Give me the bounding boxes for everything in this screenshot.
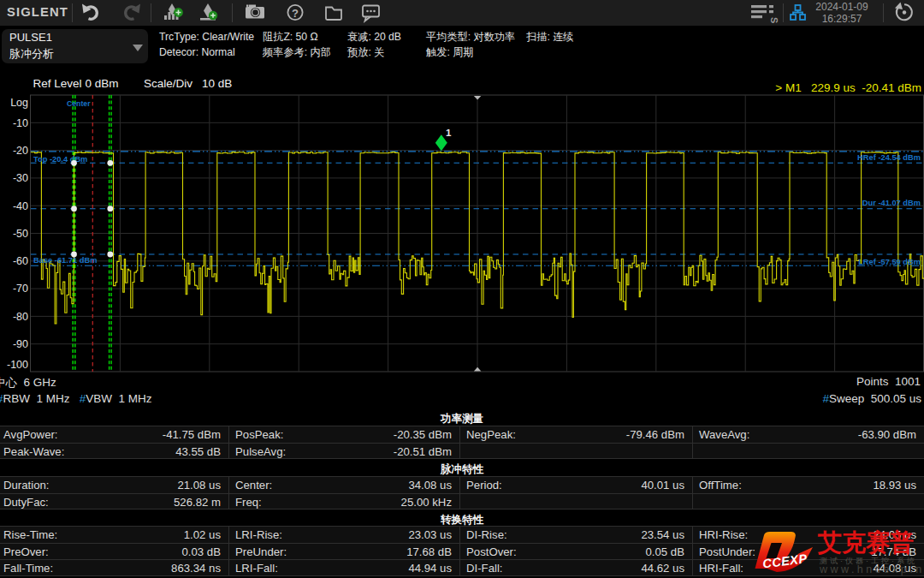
svg-text:-20: -20: [13, 145, 28, 157]
svg-text:-60: -60: [13, 255, 28, 267]
svg-text:Log: Log: [10, 97, 28, 109]
svg-text:艾克赛普: 艾克赛普: [817, 529, 914, 556]
svg-text:S: S: [769, 17, 779, 23]
svg-text:-50: -50: [13, 228, 28, 240]
svg-text:HRef -24.54 dBm: HRef -24.54 dBm: [857, 153, 921, 162]
svg-text:-40: -40: [13, 200, 28, 212]
svg-text:?: ?: [292, 7, 299, 20]
svg-text:Top -20.4 dBm: Top -20.4 dBm: [33, 155, 87, 164]
svg-text:Base -61.71 dBm: Base -61.71 dBm: [33, 256, 97, 265]
svg-text:-100: -100: [7, 359, 28, 371]
svg-text:-30: -30: [13, 172, 28, 184]
svg-text:www.hncexp.net: www.hncexp.net: [819, 563, 924, 575]
svg-text:1: 1: [446, 128, 452, 138]
svg-text:LRef -57.59 dBm: LRef -57.59 dBm: [858, 258, 921, 266]
svg-text:-10: -10: [13, 117, 28, 129]
svg-text:-90: -90: [13, 338, 28, 350]
svg-text:Center: Center: [67, 99, 91, 108]
svg-text:-70: -70: [13, 283, 28, 295]
svg-text:-80: -80: [13, 311, 28, 323]
svg-text:Dur -41.07 dBm: Dur -41.07 dBm: [862, 199, 921, 207]
